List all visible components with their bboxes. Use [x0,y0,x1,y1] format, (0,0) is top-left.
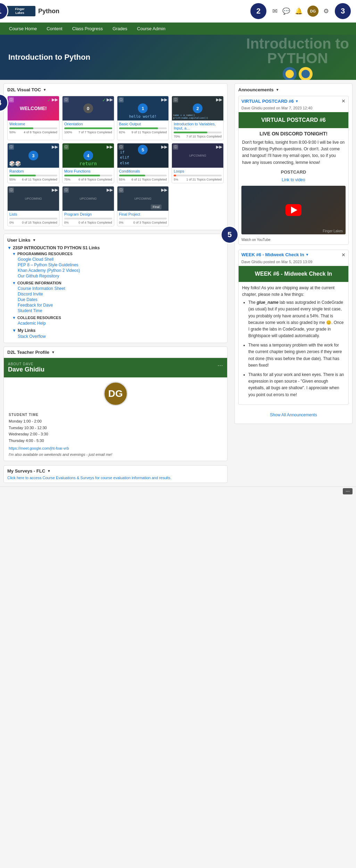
user-links-header[interactable]: User Links ▼ [7,237,224,243]
module-card-loops[interactable]: ⓘ ▶▶ UPCOMING Loops 5%1 of 21 Topics Com… [172,143,224,183]
ann-2-title-link[interactable]: WEEK #6 - Midweek Check In ▼ [241,252,309,257]
surveys-chevron-icon: ▼ [47,469,51,473]
logo-area: FingerLakes Python [4,6,59,16]
ann-2-poster: Dave Ghidiu posted on Mar 5, 2023 13:09 [239,260,348,266]
play-icon-7: ▶▶ [161,144,167,149]
play-icon: ▶▶ [52,97,58,102]
logo-text: FingerLakes [15,7,25,15]
announcements-header[interactable]: Announcements ▼ [238,87,349,92]
circle-5: 5 [221,226,239,244]
schedule-wednesday: Wednesday 2:00 - 3:30 [9,431,222,437]
ann-2-close-button[interactable]: ✕ [341,252,346,258]
nav-grades[interactable]: Grades [108,23,132,35]
header-icons: 2 ✉ 💬 🔔 DG ⚙ 3 [249,2,352,20]
link-student-time[interactable]: Student Time [12,308,224,314]
banner: Introduction to Python Introduction toPY… [0,35,356,80]
bell-icon[interactable]: 🔔 [295,7,303,15]
survey-link[interactable]: Click here to access Course Evaluations … [7,476,224,480]
link-stackoverflow[interactable]: Stack Overflow [12,334,224,339]
announcements-section: Announcements ▼ VIRTUAL POSTCARD #6 ▼ ✕ … [234,83,353,424]
module-card-conditionals[interactable]: ⓘ ▶▶ 5 ifelifelse Conditionals 55%6 of 1… [117,143,169,183]
nav-bar: Course Home Content Class Progress Grade… [0,23,356,35]
module-card-random[interactable]: ⓘ ▶▶ 3 🎲🎲 Random 55%6 of 11 Topics Compl… [7,143,59,183]
left-panel: D2L Visual TOC ▼ ⓘ ▶▶ WELCOME! ✓ Welcome [0,80,231,486]
toc-chevron-icon: ▼ [43,88,47,92]
link-github[interactable]: Our Github Repository [12,273,224,279]
module-card-variables[interactable]: ⓘ ▶▶ 2 name = a_name()print(name.capital… [172,96,224,140]
badge-1: 1 [138,103,148,113]
ann-1-chevron-icon: ▼ [295,99,299,103]
meet-link[interactable]: https://meet.google.com/jht-foar-vrb [9,446,222,450]
ann-1-link[interactable]: Link to video [239,176,348,184]
teacher-profile-label: D2L Teacher Profile [7,350,49,355]
play-icon-4: ▶▶ [216,97,222,102]
settings-icon[interactable]: ⚙ [323,7,329,15]
card-name-random: Random [8,168,59,174]
info-icon-2: ⓘ [64,97,69,102]
link-feedback[interactable]: Feedback for Dave [12,302,224,308]
bottom-dots-button[interactable]: ⋯ [343,488,353,494]
availability-note: I'm also available on weekends and eveni… [9,452,222,457]
nav-course-admin[interactable]: Course Admin [132,23,171,35]
course-title: Python [38,8,59,15]
circle-3: 3 [334,2,352,20]
ann-2-chevron-icon: ▼ [306,253,309,257]
surveys-header[interactable]: My Surveys - FLC ▼ [7,468,224,474]
module-card-final[interactable]: ⓘ ▶▶ UPCOMING Final Final Project 0%0 of… [117,186,169,226]
show-all-announcements[interactable]: Show All Announcements [238,410,349,420]
link-course-sheet[interactable]: Course Information Sheet [12,286,224,291]
chat-icon[interactable]: 💬 [282,7,290,15]
announcement-2: WEEK #6 - Midweek Check In ▼ ✕ Dave Ghid… [238,250,349,405]
youtube-play-button[interactable] [285,204,301,216]
teacher-name: Dave Ghidiu [8,366,44,373]
ann-1-postcard-label: POSTCARD [239,168,348,176]
student-time-area: STUDENT TIME Monday 1:00 - 2:00 Tuesday … [4,410,227,461]
link-discord[interactable]: Discord Invite [12,291,224,297]
card-name-progdesign: Program Design [63,211,114,217]
link-academic-help[interactable]: Academic Help [12,320,224,326]
banner-title: Introduction to Python [8,53,90,62]
module-card-progdesign[interactable]: ⓘ ▶▶ UPCOMING Program Design 0%0 of 4 To… [62,186,114,226]
announcements-chevron-icon: ▼ [276,88,279,92]
play-icon-5: ▶▶ [52,144,58,149]
card-name-basic: Basic Output [117,120,169,127]
link-google-cloud-shell[interactable]: Google Cloud Shell [12,257,224,262]
badge-0: 0 [83,103,93,113]
link-pep8[interactable]: PEP 8 – Python Style Guidelines [12,262,224,268]
module-card-functions[interactable]: ⓘ ▶▶ 4 return More Functions 75%6 of 8 T… [62,143,114,183]
main-content: 4 D2L Visual TOC ▼ ⓘ ▶▶ WELCOME! ✓ [0,80,356,486]
announcement-1: VIRTUAL POSTCARD #6 ▼ ✕ Dave Ghidiu post… [238,96,349,245]
teacher-profile-header[interactable]: D2L Teacher Profile ▼ [4,347,227,358]
play-icon-11: ▶▶ [161,187,167,192]
college-resources-header: ▼ COLLEGE RESOURCES [12,316,224,320]
module-card-lists[interactable]: ⓘ ▶▶ UPCOMING Lists 0%0 of 15 Topics Com… [7,186,59,226]
toc-header[interactable]: D2L Visual TOC ▼ [7,87,224,92]
user-links-section: User Links ▼ ▼ 23SP INTRODUCTION TO PYTH… [3,234,227,343]
nav-class-progress[interactable]: Class Progress [67,23,108,35]
top-bar: 1 FingerLakes Python 2 ✉ 💬 🔔 DG ⚙ 3 [0,0,356,23]
module-card-orientation[interactable]: ⓘ ▶▶ 0 ✓ Orientation 100%7 of 7 Topics C… [62,96,114,140]
module-card-welcome[interactable]: ⓘ ▶▶ WELCOME! ✓ Welcome 50%4 of 8 Topics… [7,96,59,140]
circle-2: 2 [249,2,267,20]
ann-1-title-link[interactable]: VIRTUAL POSTCARD #6 ▼ [241,99,299,104]
video-thumbnail[interactable]: Finger Lakes [241,186,346,234]
surveys-section: My Surveys - FLC ▼ Click here to access … [3,465,227,483]
nav-course-home[interactable]: Course Home [4,23,42,35]
link-khan-academy[interactable]: Khan Academy (Python 2 Videos) [12,268,224,273]
profile-avatar-area: DG [4,377,227,410]
link-due-dates[interactable]: Due Dates [12,297,224,302]
info-icon-6: ⓘ [64,144,69,150]
profile-more-icon[interactable]: ⋯ [217,362,223,369]
email-icon[interactable]: ✉ [272,7,278,15]
ann-1-close-button[interactable]: ✕ [341,98,346,104]
avatar[interactable]: DG [307,6,318,17]
right-panel: 5 Announcements ▼ VIRTUAL POSTCARD #6 ▼ … [231,80,356,486]
nav-content[interactable]: Content [42,23,67,35]
course-info-group: ▼ COURSE INFORMATION Course Information … [12,281,224,314]
module-card-basic-output[interactable]: ⓘ ▶▶ 1 hello world! Basic Output 82%9 of… [117,96,169,140]
card-name-variables: Introduction to Variables, Input, a... [172,120,223,131]
info-icon-3: ⓘ [118,97,124,102]
circle-1: 1 [0,2,8,20]
college-resources-group: ▼ COLLEGE RESOURCES Academic Help [12,316,224,326]
info-icon-5: ⓘ [9,144,14,150]
